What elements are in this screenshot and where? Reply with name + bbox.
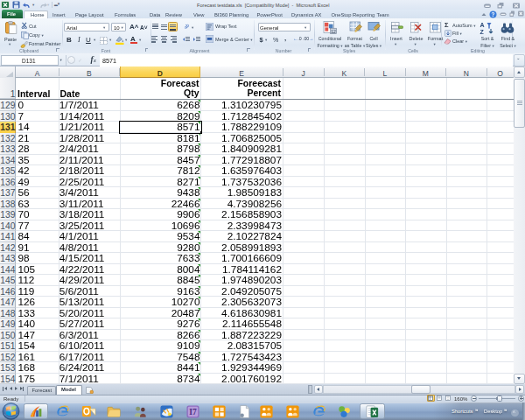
svg-text:I7: I7 bbox=[189, 408, 197, 416]
